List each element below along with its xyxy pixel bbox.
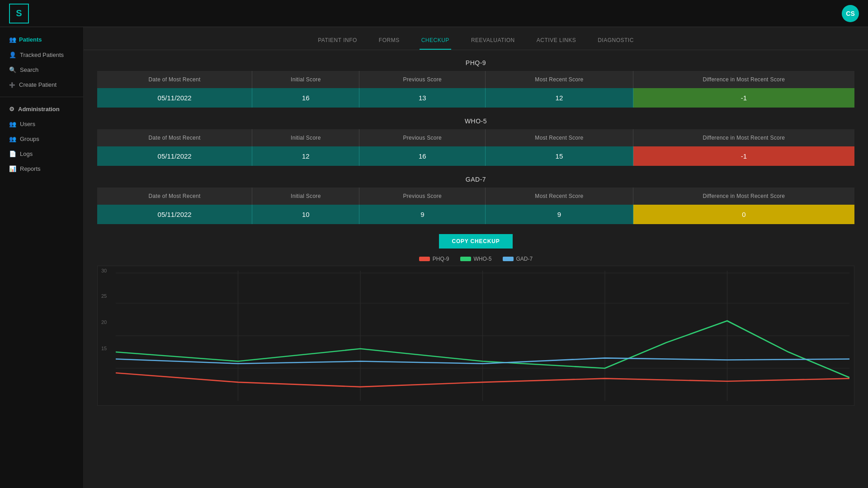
add-patient-icon bbox=[9, 81, 15, 88]
scroll-content: PHQ-9 Date of Most Recent Initial Score … bbox=[84, 50, 868, 488]
y-label-15: 15 bbox=[101, 346, 107, 351]
user-avatar[interactable]: CS bbox=[842, 5, 859, 22]
gad7-title: GAD-7 bbox=[97, 176, 854, 183]
who5-header-row: Date of Most Recent Initial Score Previo… bbox=[97, 129, 854, 146]
administration-icon bbox=[9, 106, 14, 113]
tab-checkup[interactable]: CHECKUP bbox=[420, 33, 451, 50]
create-patient-label: Create Patient bbox=[19, 81, 57, 88]
legend-who5-label: WHO-5 bbox=[474, 256, 492, 262]
who5-difference: -1 bbox=[633, 146, 854, 166]
gad7-col-recent: Most Recent Score bbox=[486, 188, 633, 205]
tab-reevaluation[interactable]: REEVALUATION bbox=[469, 33, 517, 50]
gad7-initial: 10 bbox=[252, 205, 359, 224]
legend-who5-color bbox=[460, 257, 471, 261]
who5-col-previous: Previous Score bbox=[359, 129, 486, 146]
phq9-date: 05/11/2022 bbox=[97, 88, 252, 108]
phq9-table: Date of Most Recent Initial Score Previo… bbox=[97, 71, 854, 108]
legend-who5: WHO-5 bbox=[460, 256, 492, 262]
phq9-title: PHQ-9 bbox=[97, 59, 854, 66]
tracked-patients-icon bbox=[9, 52, 16, 58]
phq9-initial: 16 bbox=[252, 88, 359, 108]
copy-checkup-button[interactable]: COPY CHECKUP bbox=[439, 234, 512, 249]
phq9-difference: -1 bbox=[633, 88, 854, 108]
who5-col-diff: Difference in Most Recent Score bbox=[633, 129, 854, 146]
gad7-most-recent: 9 bbox=[486, 205, 633, 224]
chart-container: 30 25 20 15 bbox=[97, 266, 854, 406]
phq9-col-date: Date of Most Recent bbox=[97, 71, 252, 88]
gad7-previous: 9 bbox=[359, 205, 486, 224]
phq9-previous: 13 bbox=[359, 88, 486, 108]
chart-legend: PHQ-9 WHO-5 GAD-7 bbox=[97, 256, 854, 262]
gad7-col-initial: Initial Score bbox=[252, 188, 359, 205]
gad7-col-diff: Difference in Most Recent Score bbox=[633, 188, 854, 205]
who5-col-recent: Most Recent Score bbox=[486, 129, 633, 146]
phq9-col-recent: Most Recent Score bbox=[486, 71, 633, 88]
logs-label: Logs bbox=[20, 150, 33, 157]
app-logo: S bbox=[9, 4, 29, 23]
sidebar-item-search[interactable]: Search bbox=[0, 62, 83, 77]
legend-phq9-color bbox=[419, 257, 430, 261]
legend-phq9-label: PHQ-9 bbox=[433, 256, 449, 262]
who5-col-date: Date of Most Recent bbox=[97, 129, 252, 146]
reports-icon bbox=[9, 165, 16, 172]
tab-active-links[interactable]: ACTIVE LINKS bbox=[535, 33, 578, 50]
gad7-header-row: Date of Most Recent Initial Score Previo… bbox=[97, 188, 854, 205]
patients-label: Patients bbox=[19, 36, 42, 43]
y-label-20: 20 bbox=[101, 319, 107, 325]
sidebar-item-users[interactable]: Users bbox=[0, 117, 83, 131]
phq9-header-row: Date of Most Recent Initial Score Previo… bbox=[97, 71, 854, 88]
phq9-col-diff: Difference in Most Recent Score bbox=[633, 71, 854, 88]
topbar: S CS bbox=[0, 0, 868, 27]
gad7-col-previous: Previous Score bbox=[359, 188, 486, 205]
who5-table: Date of Most Recent Initial Score Previo… bbox=[97, 129, 854, 166]
y-label-25: 25 bbox=[101, 293, 107, 299]
who5-most-recent: 15 bbox=[486, 146, 633, 166]
gad7-date: 05/11/2022 bbox=[97, 205, 252, 224]
who5-title: WHO-5 bbox=[97, 117, 854, 125]
search-icon bbox=[9, 66, 16, 73]
search-label: Search bbox=[20, 66, 38, 73]
logs-icon bbox=[9, 150, 16, 157]
tab-diagnostic[interactable]: DIAGNOSTIC bbox=[596, 33, 636, 50]
who5-initial: 12 bbox=[252, 146, 359, 166]
gad7-difference: 0 bbox=[633, 205, 854, 224]
who5-previous: 16 bbox=[359, 146, 486, 166]
main-layout: Patients Tracked Patients Search Create … bbox=[0, 27, 868, 488]
sidebar-item-groups[interactable]: Groups bbox=[0, 131, 83, 146]
users-label: Users bbox=[20, 121, 35, 127]
tabs-bar: PATIENT INFO FORMS CHECKUP REEVALUATION … bbox=[84, 27, 868, 50]
sidebar-divider bbox=[0, 97, 83, 97]
who5-data-row: 05/11/2022 12 16 15 -1 bbox=[97, 146, 854, 166]
phq9-data-row: 05/11/2022 16 13 12 -1 bbox=[97, 88, 854, 108]
sidebar: Patients Tracked Patients Search Create … bbox=[0, 27, 84, 488]
tab-forms[interactable]: FORMS bbox=[377, 33, 401, 50]
legend-gad7-label: GAD-7 bbox=[516, 256, 533, 262]
content-area: PATIENT INFO FORMS CHECKUP REEVALUATION … bbox=[84, 27, 868, 488]
gad7-table: Date of Most Recent Initial Score Previo… bbox=[97, 188, 854, 224]
who5-col-initial: Initial Score bbox=[252, 129, 359, 146]
y-label-30: 30 bbox=[101, 268, 107, 273]
gad7-data-row: 05/11/2022 10 9 9 0 bbox=[97, 205, 854, 224]
reports-label: Reports bbox=[20, 165, 41, 172]
sidebar-item-reports[interactable]: Reports bbox=[0, 161, 83, 176]
tab-patient-info[interactable]: PATIENT INFO bbox=[316, 33, 359, 50]
sidebar-item-create-patient[interactable]: Create Patient bbox=[0, 77, 83, 92]
tracked-patients-label: Tracked Patients bbox=[20, 52, 64, 58]
sidebar-item-logs[interactable]: Logs bbox=[0, 146, 83, 161]
groups-icon bbox=[9, 136, 16, 142]
gad7-col-date: Date of Most Recent bbox=[97, 188, 252, 205]
legend-phq9: PHQ-9 bbox=[419, 256, 449, 262]
phq9-most-recent: 12 bbox=[486, 88, 633, 108]
legend-gad7: GAD-7 bbox=[503, 256, 533, 262]
copy-button-wrapper: COPY CHECKUP bbox=[97, 234, 854, 249]
chart-svg bbox=[116, 271, 849, 401]
groups-label: Groups bbox=[20, 136, 39, 142]
phq9-col-initial: Initial Score bbox=[252, 71, 359, 88]
administration-section-header: Administration bbox=[0, 102, 83, 117]
administration-label: Administration bbox=[18, 106, 60, 113]
sidebar-item-tracked-patients[interactable]: Tracked Patients bbox=[0, 47, 83, 62]
legend-gad7-color bbox=[503, 257, 514, 261]
phq9-col-previous: Previous Score bbox=[359, 71, 486, 88]
users-icon bbox=[9, 121, 16, 127]
patients-section-title: Patients bbox=[0, 36, 83, 47]
